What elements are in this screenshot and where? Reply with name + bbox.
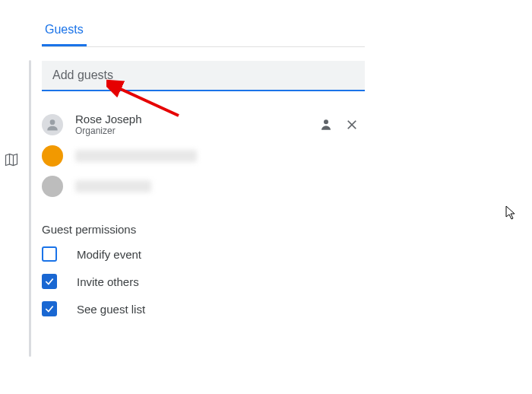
checkbox-invite-others[interactable] [42, 274, 57, 289]
permission-label: See guest list [77, 303, 145, 316]
avatar [42, 114, 63, 135]
close-icon[interactable] [345, 118, 359, 132]
vertical-divider [29, 60, 31, 357]
svg-point-1 [324, 119, 328, 124]
permission-see-guest-list: See guest list [42, 301, 365, 316]
permission-label: Modify event [77, 248, 141, 261]
add-guests-input[interactable] [52, 68, 354, 82]
permission-label: Invite others [77, 275, 139, 288]
checkbox-see-guest-list[interactable] [42, 301, 57, 316]
svg-point-0 [50, 119, 55, 125]
guests-panel: Guests Rose Joseph Organizer [42, 23, 365, 329]
redacted-text [75, 150, 197, 162]
left-sidebar-edge [0, 0, 23, 394]
permissions-heading: Guest permissions [42, 223, 365, 236]
avatar [42, 176, 63, 197]
guest-row-organizer[interactable]: Rose Joseph Organizer [42, 108, 365, 141]
tab-bar: Guests [42, 23, 365, 47]
guest-row-redacted[interactable] [42, 171, 365, 202]
map-icon [4, 152, 19, 167]
tab-guests[interactable]: Guests [42, 23, 87, 46]
guest-list: Rose Joseph Organizer [42, 108, 365, 202]
checkbox-modify-event[interactable] [42, 246, 57, 262]
redacted-text [75, 180, 151, 192]
guest-row-redacted[interactable] [42, 141, 365, 171]
add-guests-field[interactable] [42, 61, 365, 91]
avatar [42, 145, 63, 167]
permission-modify-event: Modify event [42, 246, 365, 262]
permission-invite-others: Invite others [42, 274, 365, 289]
cursor-icon [505, 205, 518, 221]
make-optional-icon[interactable] [319, 118, 333, 132]
